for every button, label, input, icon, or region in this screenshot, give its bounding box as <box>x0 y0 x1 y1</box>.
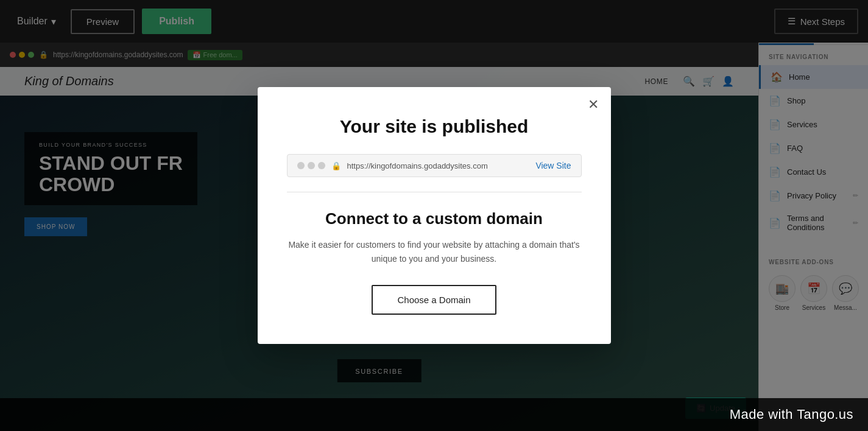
modal-title: Your site is published <box>287 116 582 137</box>
view-site-link[interactable]: View Site <box>535 161 571 170</box>
modal-connect-title: Connect to a custom domain <box>287 209 582 228</box>
modal-description: Make it easier for customers to find you… <box>287 238 582 265</box>
url-dot-3 <box>318 162 325 169</box>
modal-url-bar: 🔒 https://kingofdomains.godaddysites.com… <box>287 154 582 177</box>
modal-divider <box>287 192 582 192</box>
modal-url-address: https://kingofdomains.godaddysites.com <box>347 161 530 170</box>
choose-domain-button[interactable]: Choose a Domain <box>372 285 496 315</box>
publish-modal: ✕ Your site is published 🔒 https://kingo… <box>258 87 611 344</box>
tango-watermark: Made with Tango.us <box>0 398 868 431</box>
url-dot-2 <box>308 162 315 169</box>
url-dot-1 <box>297 162 305 169</box>
url-lock-icon: 🔒 <box>331 161 341 170</box>
modal-close-button[interactable]: ✕ <box>588 97 599 113</box>
modal-overlay[interactable]: ✕ Your site is published 🔒 https://kingo… <box>0 0 868 431</box>
url-traffic-dots <box>297 162 325 169</box>
